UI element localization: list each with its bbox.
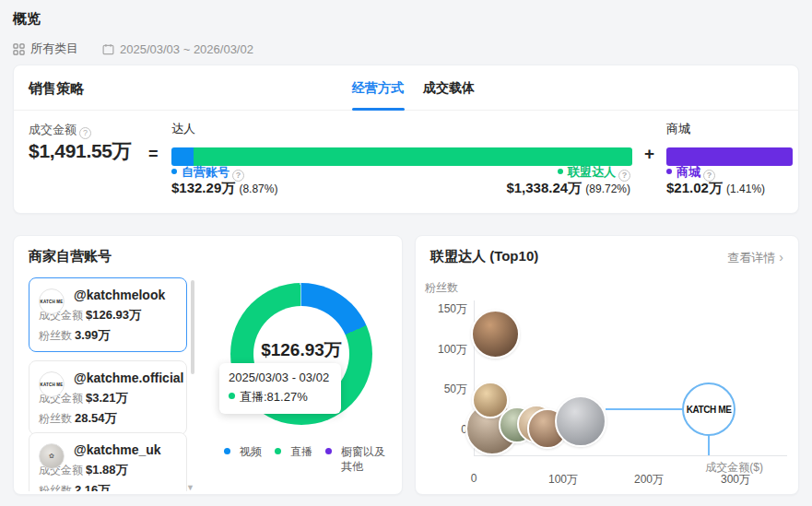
connector-line (606, 408, 684, 410)
gmv-label-text: 成交金额 (29, 123, 76, 136)
legend-label: 橱窗以及其他 (341, 444, 387, 474)
account-avatar: ✿ (39, 443, 65, 469)
legend-item-live[interactable]: 直播 (275, 444, 312, 474)
legend-dot (275, 448, 281, 454)
plus-sign: + (644, 144, 654, 164)
bar-segment-mall[interactable] (666, 147, 793, 166)
value: $132.29万 (171, 180, 235, 195)
gmv-value: $1,491.55万 (29, 138, 131, 164)
shop-node[interactable]: KATCH ME (682, 382, 736, 436)
tab-business-mode[interactable]: 经营方式 (352, 80, 404, 97)
percent: (8.87%) (239, 182, 277, 195)
bar-segment-affiliate[interactable] (194, 147, 632, 166)
gmv-value: $1.88万 (86, 463, 128, 477)
scrollbar-thumb[interactable] (191, 280, 194, 374)
legend-label: 商城 (677, 165, 700, 179)
account-avatar: KATCH ME (39, 288, 65, 314)
tooltip-date: 2025/03/03 - 03/02 (229, 371, 332, 384)
card-title: 商家自营账号 (29, 248, 112, 265)
y-tick: 0 (425, 423, 467, 436)
category-grid-icon (13, 43, 25, 55)
scatter-plot: 粉丝数 150万 100万 50万 0 0 100万 200万 300万 成交金… (416, 236, 798, 494)
legend-dot (171, 169, 177, 174)
legend-dot (229, 393, 235, 399)
legend-item-showcase-other[interactable]: 橱窗以及其他 (325, 444, 387, 474)
account-item[interactable]: KATCH ME @katchmelook 成交金额$126.93万 粉丝数3.… (29, 277, 187, 352)
connector-line (708, 435, 710, 455)
talent-bar-label: 达人 (171, 121, 195, 137)
donut-legend: 视频 直播 橱窗以及其他 (224, 444, 387, 474)
value: $21.02万 (666, 180, 723, 195)
x-tick: 200万 (634, 472, 664, 488)
filter-row: 所有类目 2025/03/03 ~ 2026/03/02 (13, 41, 253, 57)
equals-sign: = (148, 145, 159, 164)
account-handle: @katchme.official (74, 370, 179, 386)
donut-center-value: $126.93万 (237, 338, 366, 362)
scroll-down-icon[interactable]: ▼ (186, 483, 194, 492)
fans-value: 28.54万 (75, 411, 117, 425)
tab-transaction-carrier[interactable]: 成交载体 (423, 80, 475, 97)
account-item[interactable]: ✿ @katchme_uk 成交金额$1.88万 粉丝数2.16万 (29, 432, 187, 491)
category-filter[interactable]: 所有类目 (30, 41, 78, 57)
tooltip-text: 直播:81.27% (240, 390, 308, 404)
account-handle: @katchme_uk (74, 441, 179, 458)
x-tick: 100万 (548, 472, 578, 488)
fans-label: 粉丝数 (39, 484, 72, 491)
x-tick: 0 (471, 472, 477, 485)
y-tick: 100万 (425, 342, 467, 358)
gmv-value: $126.93万 (86, 308, 141, 322)
account-item[interactable]: KATCH ME @katchme.official 成交金额$3.21万 粉丝… (29, 360, 187, 435)
y-axis-label: 粉丝数 (425, 280, 458, 296)
chart-tooltip: 2025/03/03 - 03/02 直播:81.27% (219, 363, 341, 414)
x-axis-label: 成交金额($) (705, 460, 763, 476)
affiliates-card: 联盟达人 (Top10) 查看详情› 粉丝数 150万 100万 50万 0 0… (415, 235, 799, 495)
legend-dot (325, 448, 332, 454)
legend-affiliate-value: $1,338.24万 (89.72%) (506, 180, 630, 197)
account-avatar: KATCH ME (39, 371, 65, 397)
date-range-filter[interactable]: 2025/03/03 ~ 2026/03/02 (120, 42, 253, 56)
tooltip-entry: 直播:81.27% (229, 389, 332, 406)
percent: (1.41%) (726, 182, 765, 195)
fans-label: 粉丝数 (39, 412, 72, 425)
legend-dot (224, 448, 230, 454)
card-header (14, 65, 798, 111)
fans-value: 2.16万 (75, 483, 110, 491)
fans-label: 粉丝数 (39, 329, 72, 342)
legend-dot (558, 169, 563, 174)
creator-avatar[interactable] (471, 310, 520, 359)
legend-label: 直播 (290, 444, 312, 474)
bar-segment-self-account[interactable] (171, 147, 194, 166)
calendar-icon (102, 43, 114, 55)
legend-dot (666, 169, 672, 174)
card-title: 销售策略 (29, 80, 84, 98)
account-list: KATCH ME @katchmelook 成交金额$126.93万 粉丝数3.… (29, 277, 193, 491)
percent: (89.72%) (585, 182, 630, 195)
gmv-label: 成交金额? (29, 122, 91, 139)
legend-self-account-value: $132.29万 (8.87%) (171, 180, 277, 197)
page-title: 概览 (13, 10, 41, 28)
legend-mall-value: $21.02万 (1.41%) (666, 180, 765, 197)
y-tick: 50万 (425, 382, 467, 397)
sales-strategy-card: 销售策略 经营方式 成交载体 成交金额? $1,491.55万 = + 达人 商… (13, 65, 799, 214)
y-tick: 150万 (425, 301, 467, 317)
active-tab-indicator (352, 108, 405, 111)
gmv-value: $3.21万 (86, 391, 128, 405)
account-handle: @katchmelook (74, 287, 179, 303)
legend-item-video[interactable]: 视频 (224, 444, 262, 474)
x-axis-line (474, 455, 787, 456)
self-accounts-card: 商家自营账号 KATCH ME @katchmelook 成交金额$126.93… (13, 235, 403, 495)
fans-value: 3.99万 (75, 328, 110, 342)
creator-avatar[interactable] (555, 395, 606, 447)
value: $1,338.24万 (506, 180, 582, 195)
legend-label: 联盟达人 (568, 165, 616, 179)
legend-label: 视频 (240, 444, 262, 474)
mall-bar-label: 商城 (666, 121, 690, 137)
legend-label: 自营账号 (182, 165, 229, 179)
